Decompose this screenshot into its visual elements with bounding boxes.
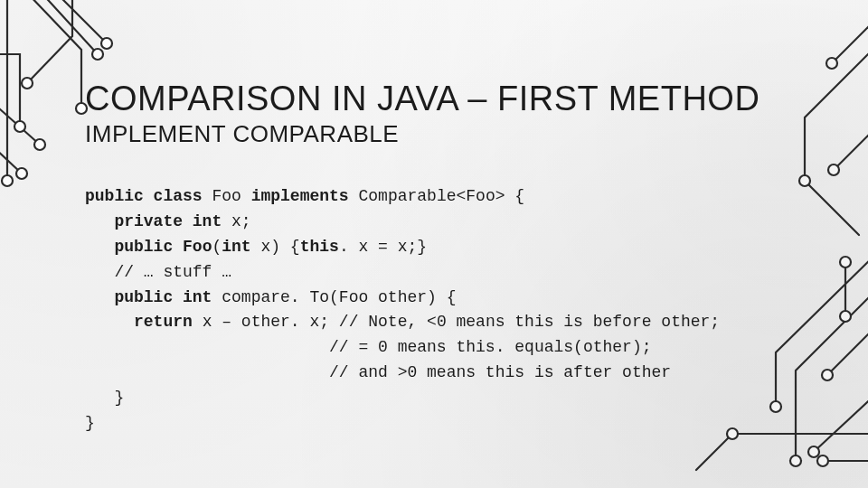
svg-point-12 <box>790 455 801 466</box>
code-keyword: public <box>114 238 183 256</box>
code-text: x – other. x; // Note, <0 means this is … <box>203 313 721 331</box>
code-text: compare. To(Foo other) { <box>222 288 456 306</box>
svg-point-17 <box>840 257 851 267</box>
code-text: x; <box>231 212 251 230</box>
content-area: COMPARISON IN JAVA – FIRST METHOD IMPLEM… <box>85 80 841 436</box>
code-keyword: public class <box>85 187 212 205</box>
svg-point-3 <box>101 38 112 49</box>
code-text: // … stuff … <box>85 263 231 281</box>
code-text: . x = x;} <box>339 238 427 256</box>
code-text: Comparable<Foo> { <box>358 187 524 205</box>
svg-point-18 <box>840 311 851 322</box>
svg-point-0 <box>2 175 13 186</box>
slide-subtitle: IMPLEMENT COMPARABLE <box>85 120 841 148</box>
svg-point-8 <box>826 58 837 69</box>
code-text: // and >0 means this is after other <box>85 363 671 381</box>
code-text: x) { <box>260 238 299 256</box>
code-keyword: public int <box>114 288 222 306</box>
svg-point-7 <box>16 168 27 179</box>
svg-point-14 <box>808 446 819 457</box>
svg-point-2 <box>92 49 103 60</box>
code-text: ( <box>212 238 222 256</box>
code-keyword: Foo <box>183 238 212 256</box>
svg-point-4 <box>22 78 33 89</box>
code-text <box>85 288 114 306</box>
code-text: // = 0 means this. equals(other); <box>85 338 652 356</box>
slide: COMPARISON IN JAVA – FIRST METHOD IMPLEM… <box>0 0 868 488</box>
code-keyword: private int <box>114 212 231 230</box>
code-text <box>85 238 114 256</box>
code-keyword: implements <box>251 187 359 205</box>
code-text <box>85 313 134 331</box>
code-keyword: return <box>134 313 203 331</box>
code-text: } <box>85 414 95 432</box>
code-text: } <box>85 389 124 407</box>
code-block: public class Foo implements Comparable<F… <box>85 184 841 436</box>
code-text <box>85 212 114 230</box>
svg-point-16 <box>817 455 828 466</box>
code-keyword: this <box>300 238 339 256</box>
code-keyword: int <box>222 238 260 256</box>
svg-point-6 <box>34 139 45 150</box>
slide-title: COMPARISON IN JAVA – FIRST METHOD <box>85 80 841 118</box>
svg-point-5 <box>14 121 25 132</box>
code-text: Foo <box>212 187 250 205</box>
